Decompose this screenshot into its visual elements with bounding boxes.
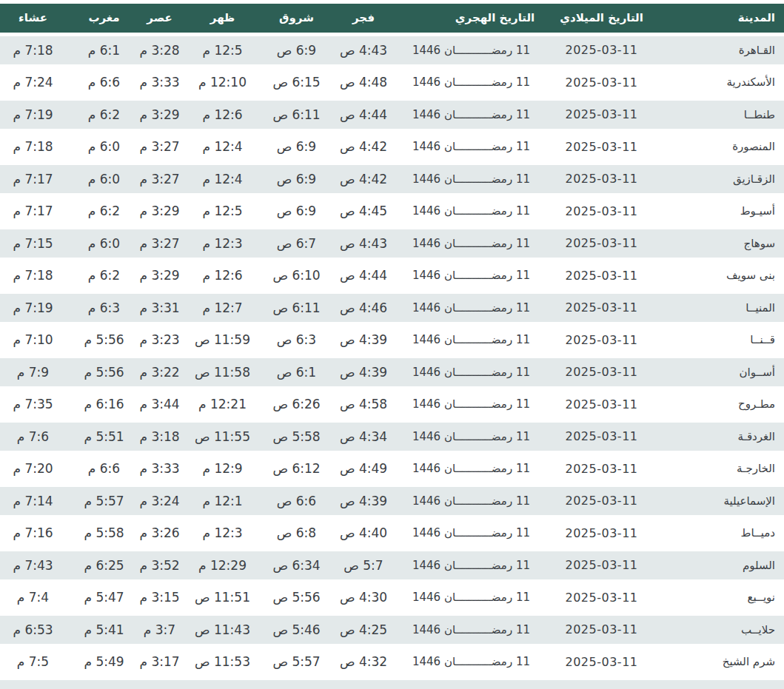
column-header-dhuhr: ظهر bbox=[187, 4, 258, 33]
cell-gregorian: 2025-03-11 bbox=[551, 326, 703, 354]
table-row: طنطــا2025-03-1111 رمضـــــــــــان 1446… bbox=[0, 101, 784, 130]
cell-hijri: 11 رمضـــــــــــان 1446 bbox=[392, 165, 551, 194]
cell-gregorian: 2025-03-11 bbox=[551, 487, 703, 516]
cell-hijri: 11 رمضـــــــــــان 1446 bbox=[392, 454, 551, 483]
cell-maghrib: 5:57 م bbox=[76, 487, 132, 516]
cell-hijri: 11 رمضـــــــــــان 1446 bbox=[392, 390, 551, 419]
cell-dhuhr: 12:5 م bbox=[187, 36, 258, 65]
cell-shuruq: 6:3 ص bbox=[258, 326, 335, 354]
cell-gregorian: 2025-03-11 bbox=[551, 132, 703, 161]
cell-shuruq: 5:56 ص bbox=[258, 583, 335, 612]
cell-isha: 6:53 م bbox=[0, 616, 76, 645]
cell-shuruq: 6:11 ص bbox=[258, 101, 335, 130]
column-header-fajr: فجر bbox=[335, 4, 392, 33]
cell-maghrib: 5:41 م bbox=[76, 616, 132, 645]
table-row: الزقـازيق2025-03-1111 رمضـــــــــــان 1… bbox=[0, 165, 784, 194]
cell-dhuhr: 12:4 م bbox=[187, 165, 258, 194]
table-row: الخارجـة2025-03-1111 رمضـــــــــــان 14… bbox=[0, 454, 784, 483]
cell-isha bbox=[0, 680, 76, 689]
cell-city: المنيــا bbox=[703, 294, 784, 323]
table-row: الأسكندرية2025-03-1111 رمضـــــــــــان … bbox=[0, 68, 784, 97]
cell-gregorian: 2025-03-11 bbox=[551, 390, 703, 419]
cell-asr: 3:44 م bbox=[132, 390, 187, 419]
table-row: قــنــا2025-03-1111 رمضـــــــــــان 144… bbox=[0, 326, 784, 354]
cell-fajr: 4:40 ص bbox=[335, 519, 392, 548]
cell-city: أســوان bbox=[703, 358, 784, 387]
cell-city: أسيـوط bbox=[703, 197, 784, 226]
table-row: السلوم2025-03-1111 رمضـــــــــــان 1446… bbox=[0, 551, 784, 580]
cell-city: الأسكندرية bbox=[703, 68, 784, 97]
cell-isha: 7:14 م bbox=[0, 487, 76, 516]
cell-shuruq: 6:6 ص bbox=[258, 487, 335, 516]
cell-fajr: 4:30 ص bbox=[335, 583, 392, 612]
cell-dhuhr: 12:6 م bbox=[187, 261, 258, 290]
cell-gregorian: 2025-03-11 bbox=[551, 68, 703, 97]
cell-dhuhr: 12:3 م bbox=[187, 519, 258, 548]
cell-isha: 7:24 م bbox=[0, 68, 76, 97]
table-header-row: المدينة التاريخ الميلادي التاريخ الهجري … bbox=[0, 4, 784, 33]
cell-city bbox=[703, 680, 784, 689]
cell-shuruq: 6:10 ص bbox=[258, 261, 335, 290]
cell-maghrib: 6:2 م bbox=[76, 197, 132, 226]
table-row-partial bbox=[0, 680, 784, 689]
cell-shuruq: 6:9 ص bbox=[258, 197, 335, 226]
cell-maghrib: 5:47 م bbox=[76, 583, 132, 612]
cell-hijri: 11 رمضـــــــــــان 1446 bbox=[392, 132, 551, 161]
cell-fajr: 4:58 ص bbox=[335, 390, 392, 419]
cell-dhuhr: 12:10 م bbox=[187, 68, 258, 97]
cell-fajr: 4:32 ص bbox=[335, 648, 392, 676]
cell-asr: 3:33 م bbox=[132, 68, 187, 97]
cell-gregorian: 2025-03-11 bbox=[551, 616, 703, 645]
cell-asr: 3:24 م bbox=[132, 487, 187, 516]
cell-shuruq: 6:9 ص bbox=[258, 132, 335, 161]
cell-dhuhr: 12:5 م bbox=[187, 197, 258, 226]
column-header-isha: عشاء bbox=[0, 4, 76, 33]
cell-gregorian bbox=[551, 680, 703, 689]
cell-gregorian: 2025-03-11 bbox=[551, 165, 703, 194]
table-row: دميــاط2025-03-1111 رمضـــــــــــان 144… bbox=[0, 519, 784, 548]
cell-asr: 3:27 م bbox=[132, 165, 187, 194]
cell-hijri: 11 رمضـــــــــــان 1446 bbox=[392, 261, 551, 290]
cell-hijri: 11 رمضـــــــــــان 1446 bbox=[392, 519, 551, 548]
cell-city: نويــبع bbox=[703, 583, 784, 612]
cell-isha: 7:6 م bbox=[0, 423, 76, 451]
cell-hijri: 11 رمضـــــــــــان 1446 bbox=[392, 326, 551, 354]
cell-maghrib: 6:6 م bbox=[76, 68, 132, 97]
cell-maghrib: 6:0 م bbox=[76, 229, 132, 258]
cell-dhuhr bbox=[187, 680, 258, 689]
cell-dhuhr: 11:51 ص bbox=[187, 583, 258, 612]
cell-asr bbox=[132, 680, 187, 689]
cell-hijri: 11 رمضـــــــــــان 1446 bbox=[392, 294, 551, 323]
cell-fajr bbox=[335, 680, 392, 689]
table-row: أســوان2025-03-1111 رمضـــــــــــان 144… bbox=[0, 358, 784, 387]
cell-fajr: 4:44 ص bbox=[335, 261, 392, 290]
cell-dhuhr: 12:21 م bbox=[187, 390, 258, 419]
cell-isha: 7:35 م bbox=[0, 390, 76, 419]
cell-fajr: 4:44 ص bbox=[335, 101, 392, 130]
cell-isha: 7:19 م bbox=[0, 101, 76, 130]
cell-isha: 7:15 م bbox=[0, 229, 76, 258]
cell-city: القـاهرة bbox=[703, 36, 784, 65]
cell-shuruq: 6:9 ص bbox=[258, 36, 335, 65]
cell-asr: 3:26 م bbox=[132, 519, 187, 548]
cell-gregorian: 2025-03-11 bbox=[551, 101, 703, 130]
table-row: حلايــب2025-03-1111 رمضـــــــــــان 144… bbox=[0, 616, 784, 645]
cell-dhuhr: 11:58 ص bbox=[187, 358, 258, 387]
cell-fajr: 4:43 ص bbox=[335, 36, 392, 65]
cell-hijri: 11 رمضـــــــــــان 1446 bbox=[392, 358, 551, 387]
cell-gregorian: 2025-03-11 bbox=[551, 261, 703, 290]
cell-hijri: 11 رمضـــــــــــان 1446 bbox=[392, 68, 551, 97]
table-row: أسيـوط2025-03-1111 رمضـــــــــــان 1446… bbox=[0, 197, 784, 226]
cell-gregorian: 2025-03-11 bbox=[551, 454, 703, 483]
cell-dhuhr: 12:9 م bbox=[187, 454, 258, 483]
table-row: بنى سويف2025-03-1111 رمضـــــــــــان 14… bbox=[0, 261, 784, 290]
cell-city: حلايــب bbox=[703, 616, 784, 645]
cell-maghrib: 5:49 م bbox=[76, 648, 132, 676]
cell-gregorian: 2025-03-11 bbox=[551, 519, 703, 548]
cell-maghrib: 6:16 م bbox=[76, 390, 132, 419]
cell-dhuhr: 11:55 ص bbox=[187, 423, 258, 451]
cell-dhuhr: 12:6 م bbox=[187, 101, 258, 130]
cell-maghrib: 5:51 م bbox=[76, 423, 132, 451]
cell-fajr: 4:42 ص bbox=[335, 165, 392, 194]
cell-asr: 3:23 م bbox=[132, 326, 187, 354]
